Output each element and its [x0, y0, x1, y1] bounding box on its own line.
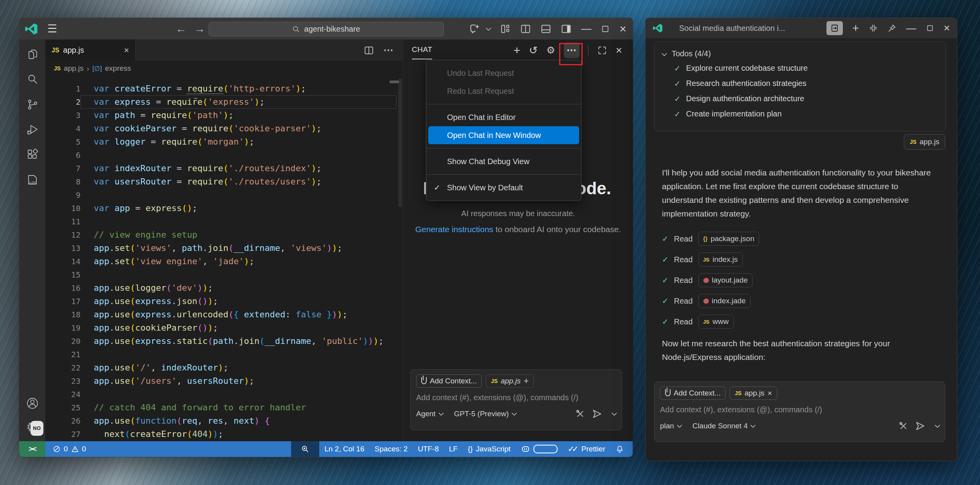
chevron-down-icon[interactable]	[612, 410, 617, 416]
code-line[interactable]: 25// catch 404 and forward to error hand…	[45, 401, 403, 414]
code-line[interactable]: 19app.use(cookieParser());	[45, 321, 403, 335]
context-chip-appjs[interactable]: JS app.js +	[486, 374, 534, 388]
close-button[interactable]: ×	[944, 22, 950, 34]
send-icon[interactable]	[915, 421, 926, 431]
code-line[interactable]: 20app.use(express.static(path.join(__dir…	[45, 335, 403, 348]
context-chip-appjs[interactable]: JS app.js ×	[730, 387, 777, 400]
remove-chip-icon[interactable]: ×	[767, 389, 772, 398]
chat-input-box[interactable]: Add Context... JS app.js + Add context (…	[410, 369, 622, 430]
forward-arrow-icon[interactable]: →	[194, 18, 205, 39]
code-line[interactable]: 8var usersRouter = require('./routes/use…	[45, 175, 403, 188]
file-pill[interactable]: {}package.json	[698, 232, 760, 246]
close-panel-icon[interactable]: ×	[616, 44, 622, 57]
breadcrumb[interactable]: JS app.js › [∅] express	[45, 61, 403, 76]
split-editor-icon[interactable]	[520, 23, 531, 34]
code-line[interactable]: 4var cookieParser = require('cookie-pars…	[45, 122, 403, 135]
code-line[interactable]: 16app.use(logger('dev'));	[45, 281, 403, 295]
breadcrumb-file[interactable]: app.js	[64, 64, 84, 73]
model-picker[interactable]: GPT-5 (Preview)	[454, 410, 516, 418]
add-context-button[interactable]: Add Context...	[416, 374, 482, 388]
code-line[interactable]: 9	[45, 188, 403, 202]
cursor-position[interactable]: Ln 2, Col 16	[319, 441, 369, 457]
menu-item[interactable]: Show Chat Debug View	[428, 152, 579, 170]
model-picker[interactable]: Claude Sonnet 4	[692, 422, 755, 430]
maximize-panel-icon[interactable]	[597, 45, 607, 55]
customize-layout-icon[interactable]	[500, 23, 511, 34]
code-line[interactable]: 7var indexRouter = require('./routes/ind…	[45, 162, 403, 175]
maximize-button[interactable]	[926, 24, 934, 32]
minimize-button[interactable]: —	[581, 23, 591, 35]
code-line[interactable]: 13app.set('views', path.join(__dirname, …	[45, 242, 403, 255]
code-line[interactable]: 26app.use(function(req, res, next) {	[45, 414, 403, 428]
code-line[interactable]: 1var createError = require('http-errors'…	[45, 82, 403, 95]
eol-indicator[interactable]: LF	[444, 441, 463, 457]
notifications-bell[interactable]	[610, 441, 633, 457]
menu-icon[interactable]: ☰	[47, 18, 57, 39]
search-icon[interactable]	[26, 73, 39, 86]
chat-input-box[interactable]: Add Context... JS app.js × Add context (…	[654, 381, 945, 442]
menu-item[interactable]: Open Chat in Editor	[428, 108, 579, 126]
file-pill[interactable]: JSindex.js	[698, 252, 743, 267]
code-line[interactable]: 5var logger = require('morgan');	[45, 135, 403, 149]
close-button[interactable]: ×	[619, 22, 626, 36]
run-debug-icon[interactable]	[26, 123, 39, 136]
chat-input-placeholder[interactable]: Add context (#), extensions (@), command…	[660, 405, 939, 414]
formatter-status[interactable]: ✓✓Prettier	[563, 441, 610, 457]
generate-instructions-link[interactable]: Generate instructions	[415, 225, 494, 234]
settings-gear-icon[interactable]: ⚙NO	[26, 420, 38, 434]
code-line[interactable]: 6	[45, 149, 403, 162]
code-line[interactable]: 2var express = require('express');	[45, 95, 403, 109]
code-line[interactable]: 17app.use(express.json());	[45, 295, 403, 308]
todo-item[interactable]: ✓Research authentication strategies	[655, 76, 946, 91]
copilot-status[interactable]	[516, 441, 563, 457]
log-view-icon[interactable]: LOG	[26, 173, 39, 186]
new-chat-icon[interactable]: +	[852, 21, 859, 35]
todo-item[interactable]: ✓Explore current codebase structure	[655, 61, 946, 76]
code-line[interactable]: 10var app = express();	[45, 202, 403, 215]
extensions-icon[interactable]	[26, 148, 39, 161]
remote-indicator[interactable]: ><	[19, 441, 45, 457]
new-chat-icon[interactable]: +	[513, 44, 520, 57]
zoom-indicator[interactable]	[291, 441, 319, 457]
code-line[interactable]: 11	[45, 215, 403, 228]
send-icon[interactable]	[592, 408, 603, 419]
mode-picker[interactable]: plan	[660, 422, 681, 430]
chat-settings-gear-icon[interactable]: ⚙	[546, 45, 555, 56]
tools-icon[interactable]	[898, 421, 908, 431]
code-line[interactable]: 18app.use(express.urlencoded({ extended:…	[45, 308, 403, 321]
indentation[interactable]: Spaces: 2	[370, 441, 413, 457]
file-pill[interactable]: index.jade	[698, 294, 751, 308]
todo-item[interactable]: ✓Design authentication architecture	[655, 91, 946, 106]
code-line[interactable]: 23app.use('/users', usersRouter);	[45, 374, 403, 388]
pin-icon[interactable]	[887, 23, 897, 33]
panel-right-icon[interactable]	[561, 23, 572, 34]
copilot-menu-button[interactable]	[469, 23, 490, 35]
file-pill[interactable]: JSwww	[698, 315, 734, 329]
tab-appjs[interactable]: JS app.js ×	[45, 39, 136, 61]
add-context-button[interactable]: Add Context...	[660, 387, 726, 400]
chat-input-placeholder[interactable]: Add context (#), extensions (@), command…	[416, 393, 616, 402]
tab-close-icon[interactable]: ×	[124, 45, 129, 55]
code-line[interactable]: 24	[45, 388, 403, 401]
encoding[interactable]: UTF-8	[413, 441, 444, 457]
command-center-search[interactable]: agent-bikeshare	[209, 22, 444, 36]
mode-picker[interactable]: Agent	[416, 410, 443, 418]
source-control-icon[interactable]	[26, 98, 39, 111]
back-arrow-icon[interactable]: ←	[175, 18, 186, 39]
code-line[interactable]: 14app.set('view engine', 'jade');	[45, 255, 403, 268]
editor-more-actions-icon[interactable]: ⋯	[383, 44, 393, 56]
menu-item[interactable]: ✓Show View by Default	[428, 179, 579, 197]
chat-history-icon[interactable]: ↺	[529, 44, 538, 57]
menu-item[interactable]: Open Chat in New Window	[428, 126, 579, 144]
maximize-button[interactable]	[601, 24, 610, 34]
editor-scrollbar[interactable]	[398, 78, 402, 207]
todo-item[interactable]: ✓Create implementation plan	[655, 106, 946, 122]
code-editor[interactable]: 1var createError = require('http-errors'…	[45, 76, 403, 441]
file-pill[interactable]: layout.jade	[698, 273, 753, 287]
chat-panel-title[interactable]: CHAT	[412, 45, 432, 55]
code-line[interactable]: 3var path = require('path');	[45, 109, 403, 122]
panel-bottom-icon[interactable]	[540, 23, 551, 34]
open-in-editor-button[interactable]	[826, 21, 843, 35]
todos-header[interactable]: Todos (4/4)	[655, 47, 946, 61]
split-editor-icon[interactable]	[364, 45, 374, 55]
